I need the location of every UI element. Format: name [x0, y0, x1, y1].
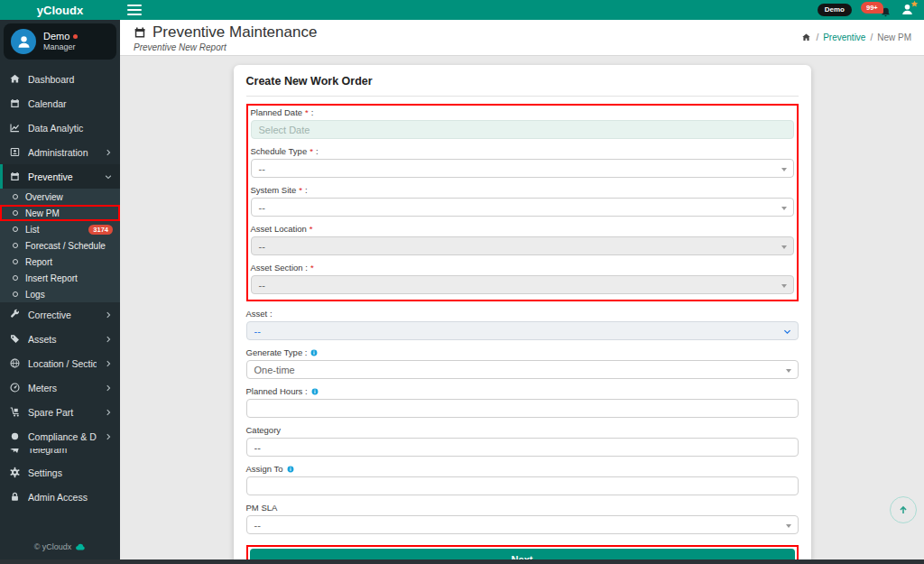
- sidebar-item-preventive[interactable]: Preventive: [0, 164, 120, 189]
- field-generate-type: Generate Type : One-time: [246, 347, 799, 379]
- sidebar-menu: Dashboard Calendar Data Analytic Adminis…: [0, 67, 120, 509]
- sidebar-item-logs[interactable]: Logs: [0, 286, 120, 302]
- menu-icon: [9, 357, 21, 369]
- sidebar: Demo Manager Dashboard Calendar Data Ana…: [0, 20, 120, 559]
- sidebar-item-compliance-docs[interactable]: Compliance & Docs: [0, 424, 120, 448]
- field-asset-section: Asset Section :* --: [251, 263, 794, 294]
- sidebar-subitem-label: Overview: [25, 192, 113, 202]
- field-label: Schedule Type* :: [251, 146, 794, 156]
- field-category: Category: [246, 425, 799, 457]
- asset-location-select[interactable]: --: [251, 236, 794, 255]
- menu-icon: [9, 73, 21, 85]
- sidebar-item-label: Calendar: [28, 98, 113, 109]
- sidebar-item-administration[interactable]: Administration: [0, 140, 120, 164]
- window-bottom-edge: [0, 559, 924, 564]
- menu-icon: [9, 382, 21, 393]
- notifications-button[interactable]: 99+: [861, 2, 892, 18]
- sidebar-item-data-analytic[interactable]: Data Analytic: [0, 116, 120, 140]
- menu-icon: [9, 97, 21, 109]
- next-button[interactable]: Next: [250, 549, 795, 559]
- category-input[interactable]: [246, 438, 799, 457]
- sidebar-item-calendar[interactable]: Calendar: [0, 91, 120, 116]
- circle-icon: [11, 273, 20, 282]
- circle-icon: [11, 225, 20, 234]
- caret-down-icon: [781, 245, 787, 249]
- schedule-type-select[interactable]: --: [251, 159, 794, 178]
- caret-down-icon: [786, 524, 791, 528]
- field-label: Assign To: [246, 464, 799, 474]
- home-icon[interactable]: [801, 32, 811, 42]
- sidebar-item-label: Settings: [28, 467, 113, 478]
- sidebar-item-corrective[interactable]: Corrective: [0, 302, 120, 327]
- sidebar-item-assets[interactable]: Assets: [0, 327, 120, 351]
- caret-down-icon: [781, 207, 787, 210]
- sidebar-item-settings[interactable]: Settings: [0, 460, 120, 485]
- sidebar-item-label: Preventive: [28, 171, 97, 182]
- asset-select[interactable]: --: [246, 321, 799, 340]
- planned-hours-input[interactable]: [254, 400, 781, 417]
- page-title: Preventive Maintenance: [152, 23, 317, 42]
- sidebar-item-label: Assets: [28, 334, 97, 345]
- sidebar-item-spare-part[interactable]: Spare Part: [0, 400, 120, 424]
- category-input[interactable]: [254, 439, 781, 456]
- user-menu-button[interactable]: [901, 3, 915, 17]
- app-logo[interactable]: yCloudx: [0, 0, 120, 20]
- breadcrumb-preventive[interactable]: Preventive: [823, 32, 865, 42]
- breadcrumb-current: New PM: [877, 32, 911, 42]
- sidebar-item-report[interactable]: Report: [0, 254, 120, 270]
- menu-icon: [9, 467, 21, 478]
- field-label: System Site* :: [251, 185, 794, 195]
- generate-type-select[interactable]: One-time: [246, 360, 799, 379]
- assign-to-input[interactable]: [246, 476, 799, 495]
- work-order-card: Create New Work Order Planned Date* : Sc…: [234, 65, 811, 559]
- caret-down-icon: [781, 284, 787, 288]
- status-dot: [73, 34, 78, 39]
- sidebar-subitem-label: Report: [25, 257, 113, 267]
- planned-date-input[interactable]: [251, 120, 794, 139]
- top-navbar: yCloudx Demo 99+: [0, 0, 924, 20]
- count-badge: 3174: [88, 225, 113, 235]
- sidebar-item-location-section[interactable]: Location / Section: [0, 351, 120, 375]
- arrow-up-icon: [897, 504, 910, 516]
- sidebar-item-forecast-schedule[interactable]: Forecast / Schedule: [0, 237, 120, 254]
- sidebar-item-meters[interactable]: Meters: [0, 375, 120, 400]
- main-area: Preventive Maintenance Preventive New Re…: [120, 20, 924, 559]
- asset-section-select[interactable]: --: [251, 275, 794, 294]
- sidebar-toggle-icon[interactable]: [127, 5, 142, 15]
- field-label: Planned Date* :: [251, 107, 794, 117]
- info-icon[interactable]: [286, 465, 295, 474]
- planned-hours-input[interactable]: [246, 399, 799, 418]
- user-panel[interactable]: Demo Manager: [4, 23, 116, 60]
- sidebar-item-label: Location / Section: [28, 358, 97, 369]
- sidebar-item-list[interactable]: List 3174: [0, 221, 120, 237]
- sidebar-item-telegram[interactable]: Telegram: [0, 448, 120, 460]
- circle-icon: [11, 208, 20, 217]
- system-site-select[interactable]: --: [251, 198, 794, 217]
- field-label: Generate Type :: [246, 347, 799, 357]
- avatar: [11, 29, 36, 54]
- field-label: Category: [246, 425, 799, 435]
- sidebar-item-label: Dashboard: [28, 74, 113, 85]
- sidebar-item-overview[interactable]: Overview: [0, 189, 120, 205]
- circle-icon: [11, 192, 20, 201]
- pm-sla-select[interactable]: --: [246, 515, 799, 534]
- info-icon[interactable]: [310, 387, 319, 396]
- form-fields: Asset : -- Generate Type : One-time Plan…: [246, 309, 799, 534]
- chevron-icon: [104, 359, 113, 368]
- field-label: PM SLA: [246, 503, 799, 513]
- sidebar-item-insert-report[interactable]: Insert Report: [0, 270, 120, 286]
- info-icon[interactable]: [310, 348, 319, 357]
- sidebar-item-admin-access[interactable]: Admin Access: [0, 485, 120, 509]
- calendar-icon: [133, 25, 147, 40]
- sidebar-subitem-label: New PM: [25, 208, 113, 218]
- chevron-icon: [104, 335, 113, 344]
- sidebar-item-dashboard[interactable]: Dashboard: [0, 67, 120, 91]
- menu-icon: [9, 309, 21, 320]
- sidebar-subitem-label: List: [25, 225, 83, 235]
- breadcrumb: / Preventive / New PM: [801, 32, 911, 42]
- user-name: Demo: [43, 31, 69, 43]
- assign-to-input[interactable]: [254, 477, 781, 495]
- planned-date-input[interactable]: [259, 121, 777, 138]
- sidebar-item-new-pm[interactable]: New PM: [0, 205, 120, 221]
- scroll-to-top-button[interactable]: [890, 496, 917, 523]
